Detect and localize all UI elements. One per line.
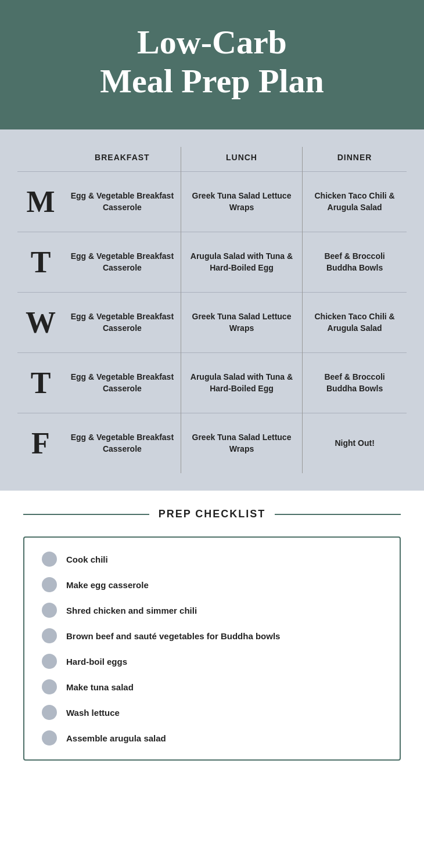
checklist-item-label: Hard-boil eggs bbox=[66, 657, 127, 667]
checklist-box: Cook chiliMake egg casseroleShred chicke… bbox=[23, 536, 401, 761]
breakfast-cell: Egg & Vegetable Breakfast Casserole bbox=[64, 293, 181, 353]
breakfast-cell: Egg & Vegetable Breakfast Casserole bbox=[64, 172, 181, 232]
day-letter: F bbox=[17, 413, 64, 474]
col-header-breakfast: BREAKFAST bbox=[64, 147, 181, 172]
list-item[interactable]: Shred chicken and simmer chili bbox=[42, 603, 382, 618]
dinner-cell: Night Out! bbox=[303, 413, 407, 474]
checkbox-circle[interactable] bbox=[42, 577, 57, 592]
col-header-dinner: DINNER bbox=[303, 147, 407, 172]
checkbox-circle[interactable] bbox=[42, 628, 57, 643]
checklist-items-container: Cook chiliMake egg casseroleShred chicke… bbox=[42, 552, 382, 745]
checkbox-circle[interactable] bbox=[42, 552, 57, 567]
table-row: FEgg & Vegetable Breakfast CasseroleGree… bbox=[17, 413, 407, 474]
table-row: MEgg & Vegetable Breakfast CasseroleGree… bbox=[17, 172, 407, 232]
lunch-cell: Greek Tuna Salad Lettuce Wraps bbox=[181, 172, 302, 232]
day-letter: T bbox=[17, 232, 64, 293]
breakfast-cell: Egg & Vegetable Breakfast Casserole bbox=[64, 353, 181, 413]
checklist-item-label: Wash lettuce bbox=[66, 708, 120, 718]
checklist-title-container: PREP CHECKLIST bbox=[23, 508, 401, 520]
col-header-day bbox=[17, 147, 64, 172]
list-item[interactable]: Make tuna salad bbox=[42, 679, 382, 694]
header-section: Low-Carb Meal Prep Plan bbox=[0, 0, 424, 129]
lunch-cell: Arugula Salad with Tuna & Hard-Boiled Eg… bbox=[181, 232, 302, 293]
checklist-item-label: Cook chili bbox=[66, 554, 108, 564]
checklist-line-right bbox=[275, 514, 401, 515]
list-item[interactable]: Wash lettuce bbox=[42, 705, 382, 720]
checkbox-circle[interactable] bbox=[42, 705, 57, 720]
day-letter: M bbox=[17, 172, 64, 232]
lunch-cell: Greek Tuna Salad Lettuce Wraps bbox=[181, 413, 302, 474]
col-header-lunch: LUNCH bbox=[181, 147, 302, 172]
checklist-line-left bbox=[23, 514, 149, 515]
list-item[interactable]: Assemble arugula salad bbox=[42, 730, 382, 745]
lunch-cell: Greek Tuna Salad Lettuce Wraps bbox=[181, 293, 302, 353]
checklist-item-label: Shred chicken and simmer chili bbox=[66, 606, 197, 615]
checklist-section: PREP CHECKLIST Cook chiliMake egg casser… bbox=[0, 491, 424, 784]
list-item[interactable]: Hard-boil eggs bbox=[42, 654, 382, 669]
page-title: Low-Carb Meal Prep Plan bbox=[35, 23, 389, 100]
dinner-cell: Chicken Taco Chili & Arugula Salad bbox=[303, 172, 407, 232]
checklist-item-label: Make tuna salad bbox=[66, 682, 134, 692]
meal-table: BREAKFAST LUNCH DINNER MEgg & Vegetable … bbox=[17, 147, 407, 473]
table-row: WEgg & Vegetable Breakfast CasseroleGree… bbox=[17, 293, 407, 353]
day-letter: T bbox=[17, 353, 64, 413]
table-row: TEgg & Vegetable Breakfast CasseroleArug… bbox=[17, 232, 407, 293]
lunch-cell: Arugula Salad with Tuna & Hard-Boiled Eg… bbox=[181, 353, 302, 413]
list-item[interactable]: Make egg casserole bbox=[42, 577, 382, 592]
checklist-item-label: Make egg casserole bbox=[66, 580, 149, 590]
checkbox-circle[interactable] bbox=[42, 603, 57, 618]
list-item[interactable]: Cook chili bbox=[42, 552, 382, 567]
checkbox-circle[interactable] bbox=[42, 730, 57, 745]
dinner-cell: Chicken Taco Chili & Arugula Salad bbox=[303, 293, 407, 353]
dinner-cell: Beef & Broccoli Buddha Bowls bbox=[303, 232, 407, 293]
checklist-item-label: Assemble arugula salad bbox=[66, 733, 166, 743]
day-letter: W bbox=[17, 293, 64, 353]
checkbox-circle[interactable] bbox=[42, 679, 57, 694]
table-row: TEgg & Vegetable Breakfast CasseroleArug… bbox=[17, 353, 407, 413]
checklist-item-label: Brown beef and sauté vegetables for Budd… bbox=[66, 631, 280, 641]
checklist-title: PREP CHECKLIST bbox=[159, 508, 266, 520]
checkbox-circle[interactable] bbox=[42, 654, 57, 669]
list-item[interactable]: Brown beef and sauté vegetables for Budd… bbox=[42, 628, 382, 643]
breakfast-cell: Egg & Vegetable Breakfast Casserole bbox=[64, 413, 181, 474]
meal-plan-section: BREAKFAST LUNCH DINNER MEgg & Vegetable … bbox=[0, 129, 424, 491]
dinner-cell: Beef & Broccoli Buddha Bowls bbox=[303, 353, 407, 413]
breakfast-cell: Egg & Vegetable Breakfast Casserole bbox=[64, 232, 181, 293]
